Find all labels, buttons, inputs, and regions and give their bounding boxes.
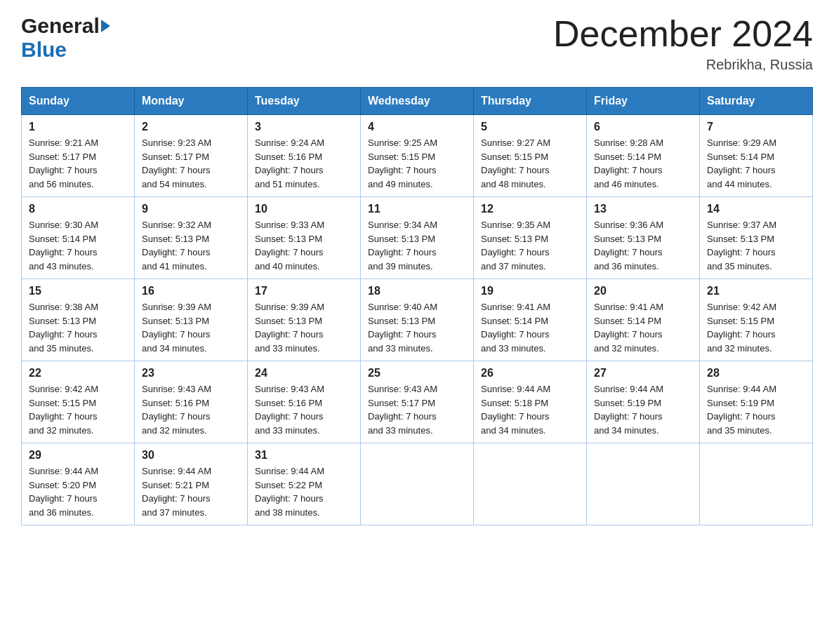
calendar-week-row: 29 Sunrise: 9:44 AMSunset: 5:20 PMDaylig…: [22, 443, 813, 525]
day-number: 8: [29, 203, 127, 215]
table-row: [361, 443, 474, 525]
day-number: 18: [368, 285, 466, 297]
table-row: 22 Sunrise: 9:42 AMSunset: 5:15 PMDaylig…: [22, 361, 135, 443]
table-row: 13 Sunrise: 9:36 AMSunset: 5:13 PMDaylig…: [587, 197, 700, 279]
calendar-week-row: 15 Sunrise: 9:38 AMSunset: 5:13 PMDaylig…: [22, 279, 813, 361]
day-number: 6: [594, 121, 692, 133]
day-number: 3: [255, 121, 353, 133]
col-friday: Friday: [587, 88, 700, 115]
table-row: 21 Sunrise: 9:42 AMSunset: 5:15 PMDaylig…: [700, 279, 813, 361]
col-monday: Monday: [135, 88, 248, 115]
table-row: 18 Sunrise: 9:40 AMSunset: 5:13 PMDaylig…: [361, 279, 474, 361]
table-row: 4 Sunrise: 9:25 AMSunset: 5:15 PMDayligh…: [361, 115, 474, 197]
day-number: 27: [594, 367, 692, 380]
day-number: 11: [368, 203, 466, 215]
day-info: Sunrise: 9:25 AMSunset: 5:15 PMDaylight:…: [368, 136, 466, 191]
table-row: 31 Sunrise: 9:44 AMSunset: 5:22 PMDaylig…: [248, 443, 361, 525]
table-row: 12 Sunrise: 9:35 AMSunset: 5:13 PMDaylig…: [474, 197, 587, 279]
day-number: 16: [142, 285, 240, 297]
day-info: Sunrise: 9:44 AMSunset: 5:19 PMDaylight:…: [707, 382, 805, 437]
day-info: Sunrise: 9:33 AMSunset: 5:13 PMDaylight:…: [255, 218, 353, 273]
day-number: 21: [707, 285, 805, 297]
day-info: Sunrise: 9:41 AMSunset: 5:14 PMDaylight:…: [594, 300, 692, 355]
table-row: 15 Sunrise: 9:38 AMSunset: 5:13 PMDaylig…: [22, 279, 135, 361]
table-row: 6 Sunrise: 9:28 AMSunset: 5:14 PMDayligh…: [587, 115, 700, 197]
calendar-week-row: 8 Sunrise: 9:30 AMSunset: 5:14 PMDayligh…: [22, 197, 813, 279]
calendar-week-row: 1 Sunrise: 9:21 AMSunset: 5:17 PMDayligh…: [22, 115, 813, 197]
day-info: Sunrise: 9:43 AMSunset: 5:16 PMDaylight:…: [142, 382, 240, 437]
table-row: [700, 443, 813, 525]
calendar-week-row: 22 Sunrise: 9:42 AMSunset: 5:15 PMDaylig…: [22, 361, 813, 443]
table-row: 24 Sunrise: 9:43 AMSunset: 5:16 PMDaylig…: [248, 361, 361, 443]
day-number: 20: [594, 285, 692, 297]
day-info: Sunrise: 9:41 AMSunset: 5:14 PMDaylight:…: [481, 300, 579, 355]
day-number: 5: [481, 121, 579, 133]
table-row: 20 Sunrise: 9:41 AMSunset: 5:14 PMDaylig…: [587, 279, 700, 361]
day-number: 4: [368, 121, 466, 133]
table-row: 9 Sunrise: 9:32 AMSunset: 5:13 PMDayligh…: [135, 197, 248, 279]
col-thursday: Thursday: [474, 88, 587, 115]
table-row: 16 Sunrise: 9:39 AMSunset: 5:13 PMDaylig…: [135, 279, 248, 361]
day-info: Sunrise: 9:21 AMSunset: 5:17 PMDaylight:…: [29, 136, 127, 191]
logo-arrow-icon: [101, 20, 110, 32]
day-number: 7: [707, 121, 805, 133]
day-info: Sunrise: 9:24 AMSunset: 5:16 PMDaylight:…: [255, 136, 353, 191]
table-row: 23 Sunrise: 9:43 AMSunset: 5:16 PMDaylig…: [135, 361, 248, 443]
day-info: Sunrise: 9:28 AMSunset: 5:14 PMDaylight:…: [594, 136, 692, 191]
logo-general-text: General: [21, 14, 100, 38]
day-info: Sunrise: 9:42 AMSunset: 5:15 PMDaylight:…: [29, 382, 127, 437]
day-info: Sunrise: 9:44 AMSunset: 5:21 PMDaylight:…: [142, 464, 240, 519]
day-info: Sunrise: 9:35 AMSunset: 5:13 PMDaylight:…: [481, 218, 579, 273]
day-info: Sunrise: 9:23 AMSunset: 5:17 PMDaylight:…: [142, 136, 240, 191]
table-row: 1 Sunrise: 9:21 AMSunset: 5:17 PMDayligh…: [22, 115, 135, 197]
table-row: 8 Sunrise: 9:30 AMSunset: 5:14 PMDayligh…: [22, 197, 135, 279]
day-number: 29: [29, 449, 127, 462]
day-number: 31: [255, 449, 353, 462]
day-number: 15: [29, 285, 127, 297]
day-info: Sunrise: 9:42 AMSunset: 5:15 PMDaylight:…: [707, 300, 805, 355]
table-row: 19 Sunrise: 9:41 AMSunset: 5:14 PMDaylig…: [474, 279, 587, 361]
col-sunday: Sunday: [22, 88, 135, 115]
day-number: 10: [255, 203, 353, 215]
table-row: 3 Sunrise: 9:24 AMSunset: 5:16 PMDayligh…: [248, 115, 361, 197]
logo: General Blue: [21, 14, 110, 62]
col-saturday: Saturday: [700, 88, 813, 115]
day-number: 26: [481, 367, 579, 380]
table-row: 26 Sunrise: 9:44 AMSunset: 5:18 PMDaylig…: [474, 361, 587, 443]
table-row: 28 Sunrise: 9:44 AMSunset: 5:19 PMDaylig…: [700, 361, 813, 443]
day-number: 13: [594, 203, 692, 215]
table-row: 27 Sunrise: 9:44 AMSunset: 5:19 PMDaylig…: [587, 361, 700, 443]
day-number: 9: [142, 203, 240, 215]
table-row: 5 Sunrise: 9:27 AMSunset: 5:15 PMDayligh…: [474, 115, 587, 197]
day-info: Sunrise: 9:36 AMSunset: 5:13 PMDaylight:…: [594, 218, 692, 273]
col-tuesday: Tuesday: [248, 88, 361, 115]
table-row: 10 Sunrise: 9:33 AMSunset: 5:13 PMDaylig…: [248, 197, 361, 279]
table-row: [474, 443, 587, 525]
day-number: 17: [255, 285, 353, 297]
day-info: Sunrise: 9:27 AMSunset: 5:15 PMDaylight:…: [481, 136, 579, 191]
page-header: General Blue December 2024 Rebrikha, Rus…: [21, 14, 813, 73]
day-number: 30: [142, 449, 240, 462]
day-info: Sunrise: 9:37 AMSunset: 5:13 PMDaylight:…: [707, 218, 805, 273]
day-info: Sunrise: 9:34 AMSunset: 5:13 PMDaylight:…: [368, 218, 466, 273]
day-info: Sunrise: 9:38 AMSunset: 5:13 PMDaylight:…: [29, 300, 127, 355]
day-info: Sunrise: 9:30 AMSunset: 5:14 PMDaylight:…: [29, 218, 127, 273]
month-year-title: December 2024: [553, 14, 813, 54]
day-info: Sunrise: 9:44 AMSunset: 5:20 PMDaylight:…: [29, 464, 127, 519]
calendar-table: Sunday Monday Tuesday Wednesday Thursday…: [21, 87, 813, 525]
day-info: Sunrise: 9:43 AMSunset: 5:17 PMDaylight:…: [368, 382, 466, 437]
day-info: Sunrise: 9:39 AMSunset: 5:13 PMDaylight:…: [255, 300, 353, 355]
table-row: 11 Sunrise: 9:34 AMSunset: 5:13 PMDaylig…: [361, 197, 474, 279]
table-row: 30 Sunrise: 9:44 AMSunset: 5:21 PMDaylig…: [135, 443, 248, 525]
day-number: 14: [707, 203, 805, 215]
location-subtitle: Rebrikha, Russia: [553, 57, 813, 73]
table-row: 17 Sunrise: 9:39 AMSunset: 5:13 PMDaylig…: [248, 279, 361, 361]
day-info: Sunrise: 9:43 AMSunset: 5:16 PMDaylight:…: [255, 382, 353, 437]
title-block: December 2024 Rebrikha, Russia: [553, 14, 813, 73]
table-row: 25 Sunrise: 9:43 AMSunset: 5:17 PMDaylig…: [361, 361, 474, 443]
day-number: 28: [707, 367, 805, 380]
day-info: Sunrise: 9:44 AMSunset: 5:22 PMDaylight:…: [255, 464, 353, 519]
day-number: 22: [29, 367, 127, 380]
day-number: 23: [142, 367, 240, 380]
day-info: Sunrise: 9:40 AMSunset: 5:13 PMDaylight:…: [368, 300, 466, 355]
